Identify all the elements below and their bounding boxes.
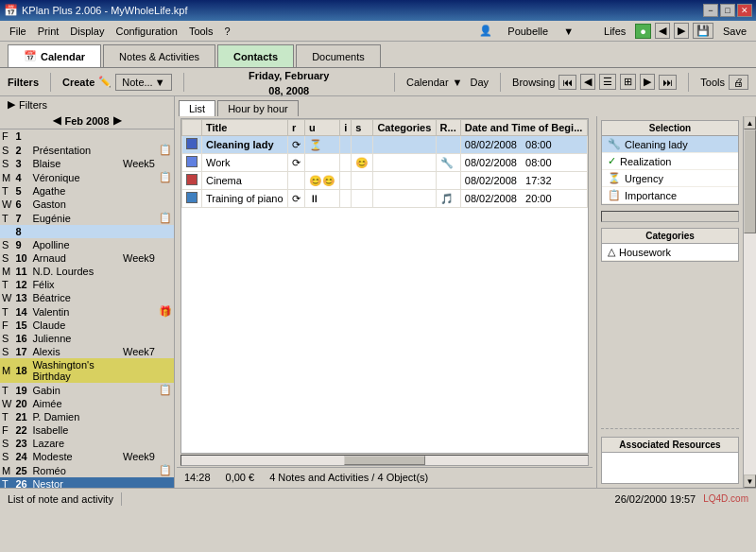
list-item[interactable]: F 1 (0, 129, 174, 143)
col-header-r[interactable]: r (287, 120, 304, 136)
list-item[interactable]: S 2 Présentation 📋 (0, 143, 174, 157)
hscroll-track[interactable] (180, 455, 589, 466)
menu-print[interactable]: Print (32, 24, 65, 39)
save-label[interactable]: Save (717, 24, 752, 39)
nav-right[interactable]: ▶ (674, 23, 689, 39)
menu-display[interactable]: Display (64, 24, 110, 39)
filters-row[interactable]: ▶ Filters (0, 96, 174, 112)
note-button[interactable]: Note... ▼ (115, 74, 171, 91)
row-date: 08/02/2008 08:00 (460, 136, 587, 154)
tab-notes[interactable]: Notes & Activities (103, 44, 215, 67)
hscroll-thumb[interactable] (344, 456, 425, 465)
col-header-u[interactable]: u (305, 120, 340, 136)
tab-list[interactable]: List (179, 100, 215, 116)
day-prefix: S (0, 251, 13, 265)
vscroll-down[interactable]: ▼ (744, 474, 756, 488)
day-num: 5 (13, 184, 30, 198)
selection-item-importance[interactable]: 📋 Importance (602, 187, 738, 204)
day-table: F 1 S 2 Présentation 📋 S 3 Blaise Week5 … (0, 129, 174, 488)
maximize-button[interactable]: □ (720, 4, 735, 17)
menu-help[interactable]: ? (219, 24, 236, 39)
col-header-r2[interactable]: R... (436, 120, 460, 136)
list-item[interactable]: T 12 Félix (0, 278, 174, 291)
minimize-button[interactable]: − (703, 4, 718, 17)
list-item[interactable]: T 26 Nestor (0, 477, 174, 488)
mini-cal-next[interactable]: ▶ (113, 114, 121, 127)
day-name: Valentin (30, 304, 121, 319)
row-title: Work (202, 154, 288, 172)
menubar: File Print Display Configuration Tools ?… (0, 21, 756, 42)
print-icon[interactable]: 🖨 (729, 75, 748, 90)
tab-contacts[interactable]: Contacts (217, 44, 294, 67)
vscroll-thumb[interactable] (744, 129, 756, 233)
green-btn1[interactable]: ● (635, 24, 651, 39)
nav-prev[interactable]: ◀ (580, 74, 595, 90)
tab-calendar[interactable]: 📅 Calendar (8, 44, 101, 67)
list-item[interactable]: S 3 Blaise Week5 (0, 157, 174, 170)
nav-left[interactable]: ◀ (655, 23, 670, 39)
vscroll-track[interactable] (744, 129, 756, 474)
selection-scrollbar[interactable] (601, 211, 739, 222)
list-item[interactable]: 8 (0, 225, 174, 238)
note-btn-label: Note... (122, 77, 152, 88)
list-item[interactable]: T 21 P. Damien (0, 410, 174, 423)
dropdown-arrow[interactable]: ▼ (558, 24, 579, 39)
list-item[interactable]: T 19 Gabin 📋 (0, 383, 174, 397)
day-week (121, 437, 157, 450)
tab-hour-by-hour[interactable]: Hour by hour (217, 100, 299, 116)
col-header-categories[interactable]: Categories (373, 120, 436, 136)
day-icon (157, 157, 174, 170)
nav-next[interactable]: ▶ (640, 74, 655, 90)
selection-item-urgency[interactable]: ⏳ Urgency (602, 170, 738, 187)
save-icon[interactable]: 💾 (693, 23, 713, 39)
selection-item-cleaning[interactable]: 🔧 Cleaning lady (602, 136, 738, 153)
list-item[interactable]: S 17 Alexis Week7 (0, 345, 174, 358)
list-item[interactable]: W 6 Gaston (0, 198, 174, 211)
list-item[interactable]: S 16 Julienne (0, 332, 174, 345)
table-row[interactable]: Work ⟳ 😊 🔧 08/02/2008 08:00 (182, 154, 588, 172)
col-header-title[interactable]: Title (202, 120, 288, 136)
calendar-tab-icon: 📅 (24, 50, 37, 62)
list-item[interactable]: M 4 Véronique 📋 (0, 170, 174, 184)
col-header-s[interactable]: s (352, 120, 373, 136)
list-item[interactable]: M 11 N.D. Lourdes (0, 265, 174, 278)
vscroll-up[interactable]: ▲ (744, 116, 756, 129)
amount-info: 0,00 € (226, 472, 255, 483)
table-row[interactable]: Cinema 😊😊 08/02/2008 17:32 (182, 172, 588, 190)
list-item[interactable]: T 5 Agathe (0, 184, 174, 198)
mini-cal-prev[interactable]: ◀ (53, 114, 60, 127)
list-item[interactable]: F 22 Isabelle (0, 423, 174, 437)
day-num: 11 (13, 265, 30, 278)
row-s: 😊 (352, 154, 373, 172)
day-num: 20 (13, 397, 30, 410)
list-item[interactable]: S 24 Modeste Week9 (0, 450, 174, 463)
selection-item-realization[interactable]: ✓ Realization (602, 153, 738, 170)
day-week (121, 225, 157, 238)
day-num: 26 (13, 477, 30, 488)
list-item[interactable]: S 9 Apolline (0, 238, 174, 251)
list-item[interactable]: S 10 Arnaud Week9 (0, 251, 174, 265)
list-item[interactable]: S 23 Lazare (0, 437, 174, 450)
menu-configuration[interactable]: Configuration (110, 24, 182, 39)
table-row[interactable]: Training of piano ⟳ ⏸ 🎵 08/02/2008 20:00 (182, 190, 588, 208)
nav-list[interactable]: ☰ (599, 74, 616, 90)
nav-last[interactable]: ⏭ (659, 75, 677, 90)
list-item[interactable]: M 18 Washington's Birthday (0, 358, 174, 383)
col-header-date[interactable]: Date and Time of Begi... (460, 120, 587, 136)
close-button[interactable]: ✕ (737, 4, 752, 17)
list-item[interactable]: W 20 Aimée (0, 397, 174, 410)
list-item[interactable]: W 13 Béatrice (0, 291, 174, 304)
nav-grid[interactable]: ⊞ (620, 74, 636, 90)
list-item[interactable]: T 14 Valentin 🎁 (0, 304, 174, 319)
list-item[interactable]: M 25 Roméo 📋 (0, 463, 174, 477)
menu-file[interactable]: File (4, 24, 32, 39)
list-item[interactable]: F 15 Claude (0, 319, 174, 332)
table-row[interactable]: Cleaning lady ⟳ ⏳ 08/02/2008 08:00 (182, 136, 588, 154)
calendar-dropdown-arrow[interactable]: ▼ (453, 77, 463, 88)
menu-tools[interactable]: Tools (183, 24, 219, 39)
categories-item-housework[interactable]: △ Housework (602, 244, 738, 261)
tab-documents[interactable]: Documents (296, 44, 381, 67)
nav-first[interactable]: ⏮ (558, 75, 576, 90)
list-item[interactable]: T 7 Eugénie 📋 (0, 211, 174, 225)
col-header-i[interactable]: i (340, 120, 352, 136)
